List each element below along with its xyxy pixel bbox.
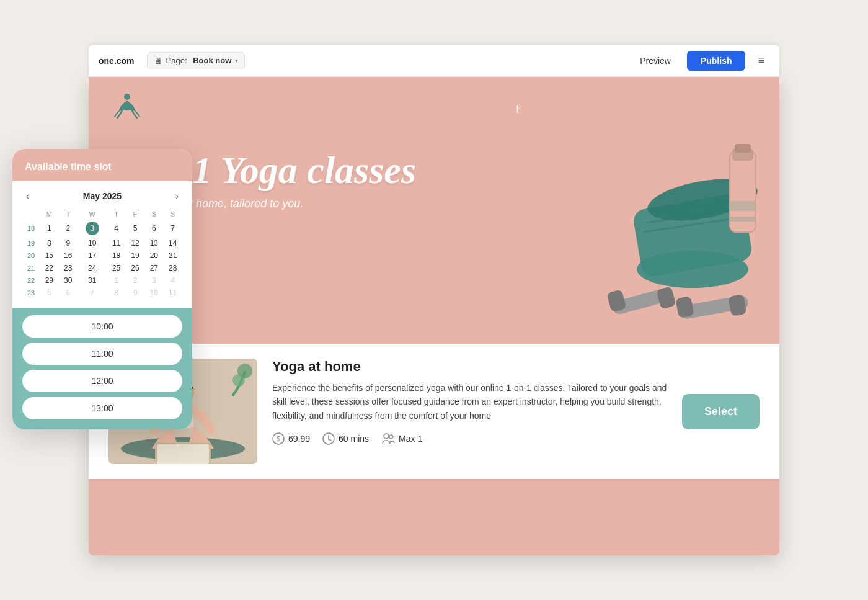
day-header-sun: S xyxy=(164,208,182,220)
calendar-day-other[interactable]: 4 xyxy=(164,274,182,287)
card-info: Yoga at home Experience the benefits of … xyxy=(272,359,667,445)
page-selector[interactable]: 🖥 Page: Book now ▾ xyxy=(147,52,246,69)
people-icon xyxy=(381,432,395,445)
calendar-day[interactable]: 4 xyxy=(107,220,125,237)
calendar-week-19: 19 8 9 10 11 12 13 14 xyxy=(22,237,182,249)
menu-button[interactable]: ≡ xyxy=(753,51,769,69)
svg-rect-18 xyxy=(730,217,756,222)
svg-point-0 xyxy=(124,94,130,100)
week-number: 23 xyxy=(22,287,40,299)
calendar-day[interactable]: 18 xyxy=(107,249,125,262)
calendar-week-21: 21 22 23 24 25 26 27 28 xyxy=(22,262,182,274)
calendar-week-22: 22 29 30 31 1 2 3 4 xyxy=(22,274,182,287)
time-slot-1200[interactable]: 12:00 xyxy=(22,370,182,392)
calendar-day[interactable]: 14 xyxy=(164,237,182,249)
calendar-day[interactable]: 8 xyxy=(40,237,58,249)
calendar-day[interactable]: 9 xyxy=(59,237,78,249)
calendar-day-other[interactable]: 11 xyxy=(164,287,182,299)
svg-point-25 xyxy=(232,374,245,387)
card-title: Yoga at home xyxy=(272,359,667,375)
hero-section: home about location classes contact 1 on… xyxy=(89,77,779,344)
day-header-mon: M xyxy=(40,208,58,220)
calendar-day[interactable]: 25 xyxy=(107,262,125,274)
calendar-day-other[interactable]: 8 xyxy=(107,287,125,299)
prev-month-button[interactable]: ‹ xyxy=(22,190,33,202)
calendar-day[interactable]: 20 xyxy=(144,249,163,262)
svg-point-32 xyxy=(389,435,393,439)
service-card-section: Yoga at home Experience the benefits of … xyxy=(89,344,779,479)
time-slot-1000[interactable]: 10:00 xyxy=(22,315,182,338)
svg-rect-16 xyxy=(735,144,751,153)
calendar-day[interactable]: 29 xyxy=(40,274,58,287)
week-number: 21 xyxy=(22,262,40,274)
panel-title: Available time slot xyxy=(25,161,180,172)
day-header-fri: F xyxy=(126,208,144,220)
calendar-day-today[interactable]: 3 xyxy=(78,220,107,237)
price-item: $ 69,99 xyxy=(272,432,310,445)
calendar-day-other[interactable]: 6 xyxy=(59,287,78,299)
duration-item: 60 mins xyxy=(322,432,369,445)
mobile-booking-panel: Available time slot ‹ May 2025 › M T W T… xyxy=(12,149,192,429)
clock-icon xyxy=(322,432,335,445)
calendar-day[interactable]: 7 xyxy=(164,220,182,237)
calendar-day-other[interactable]: 10 xyxy=(144,287,163,299)
card-description: Experience the benefits of personalized … xyxy=(272,381,667,423)
calendar-day[interactable]: 30 xyxy=(59,274,78,287)
calendar-day[interactable]: 27 xyxy=(144,262,163,274)
select-button[interactable]: Select xyxy=(682,394,760,429)
calendar: ‹ May 2025 › M T W T F S S 18 xyxy=(12,181,192,308)
card-meta: $ 69,99 60 mins xyxy=(272,432,667,445)
calendar-day[interactable]: 1 xyxy=(40,220,58,237)
price-value: 69,99 xyxy=(288,434,310,444)
calendar-grid: M T W T F S S 18 1 2 3 4 5 6 xyxy=(22,208,182,299)
calendar-month: May 2025 xyxy=(83,191,122,201)
calendar-nav: ‹ May 2025 › xyxy=(22,190,182,202)
next-month-button[interactable]: › xyxy=(172,190,182,202)
editor-toolbar: one.com 🖥 Page: Book now ▾ Preview Publi… xyxy=(89,45,779,77)
chevron-down-icon: ▾ xyxy=(235,57,238,64)
svg-point-31 xyxy=(384,434,389,439)
calendar-day-other[interactable]: 7 xyxy=(78,287,107,299)
calendar-day[interactable]: 12 xyxy=(126,237,144,249)
page-icon: 🖥 xyxy=(154,56,162,66)
calendar-day[interactable]: 13 xyxy=(144,237,163,249)
calendar-day[interactable]: 22 xyxy=(40,262,58,274)
publish-button[interactable]: Publish xyxy=(687,51,746,71)
calendar-day[interactable]: 24 xyxy=(78,262,107,274)
svg-rect-17 xyxy=(730,201,756,211)
calendar-day[interactable]: 2 xyxy=(59,220,78,237)
week-header xyxy=(22,208,40,220)
price-icon: $ xyxy=(272,432,285,445)
calendar-day[interactable]: 10 xyxy=(78,237,107,249)
time-slot-1100[interactable]: 11:00 xyxy=(22,343,182,365)
calendar-week-23: 23 5 6 7 8 9 10 11 xyxy=(22,287,182,299)
calendar-day[interactable]: 31 xyxy=(78,274,107,287)
capacity-value: Max 1 xyxy=(399,434,422,444)
week-number: 22 xyxy=(22,274,40,287)
calendar-day[interactable]: 23 xyxy=(59,262,78,274)
time-slot-1300[interactable]: 13:00 xyxy=(22,397,182,419)
calendar-day[interactable]: 5 xyxy=(126,220,144,237)
calendar-day-other[interactable]: 5 xyxy=(40,287,58,299)
website-preview: home about location classes contact 1 on… xyxy=(89,77,779,555)
calendar-day-other[interactable]: 1 xyxy=(107,274,125,287)
capacity-item: Max 1 xyxy=(381,432,422,445)
preview-button[interactable]: Preview xyxy=(631,52,680,69)
calendar-day-other[interactable]: 9 xyxy=(126,287,144,299)
calendar-day[interactable]: 19 xyxy=(126,249,144,262)
calendar-day[interactable]: 26 xyxy=(126,262,144,274)
panel-header: Available time slot xyxy=(12,149,192,181)
calendar-day[interactable]: 11 xyxy=(107,237,125,249)
calendar-day-other[interactable]: 3 xyxy=(144,274,163,287)
calendar-day[interactable]: 16 xyxy=(59,249,78,262)
svg-line-30 xyxy=(329,439,331,441)
calendar-day-other[interactable]: 2 xyxy=(126,274,144,287)
page-name: Book now xyxy=(193,56,231,65)
calendar-day[interactable]: 6 xyxy=(144,220,163,237)
calendar-week-18: 18 1 2 3 4 5 6 7 xyxy=(22,220,182,237)
calendar-day[interactable]: 17 xyxy=(78,249,107,262)
calendar-day[interactable]: 28 xyxy=(164,262,182,274)
svg-rect-23 xyxy=(157,444,209,464)
calendar-day[interactable]: 21 xyxy=(164,249,182,262)
calendar-day[interactable]: 15 xyxy=(40,249,58,262)
